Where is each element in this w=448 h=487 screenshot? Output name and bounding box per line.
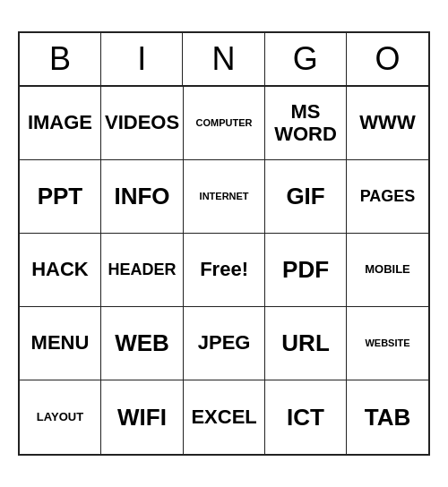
cell-text-6: INFO <box>114 184 169 209</box>
bingo-cell-0: IMAGE <box>20 87 101 160</box>
header-letter-o: O <box>347 33 428 85</box>
cell-text-20: LAYOUT <box>37 411 83 423</box>
cell-text-0: IMAGE <box>28 112 92 133</box>
cell-text-5: PPT <box>38 184 83 209</box>
bingo-cell-14: MOBILE <box>347 234 428 307</box>
bingo-cell-2: COMPUTER <box>184 87 265 160</box>
bingo-cell-20: LAYOUT <box>20 380 101 454</box>
bingo-cell-17: JPEG <box>184 307 265 380</box>
header-letter-b: B <box>20 33 101 85</box>
cell-text-17: JPEG <box>198 332 251 354</box>
bingo-cell-22: EXCEL <box>184 380 265 454</box>
cell-text-22: EXCEL <box>191 406 256 428</box>
bingo-cell-3: MS WORD <box>265 87 347 160</box>
header-letter-i: I <box>101 33 183 85</box>
bingo-card: BINGO IMAGEVIDEOSCOMPUTERMS WORDWWWPPTIN… <box>18 31 430 456</box>
cell-text-14: MOBILE <box>365 263 410 276</box>
bingo-header: BINGO <box>20 33 428 87</box>
cell-text-11: HEADER <box>108 261 177 279</box>
bingo-cell-16: WEB <box>101 307 184 380</box>
cell-text-12: Free! <box>200 259 248 280</box>
bingo-cell-21: WIFI <box>101 380 184 454</box>
cell-text-3: MS WORD <box>269 101 342 144</box>
cell-text-15: MENU <box>31 332 90 354</box>
cell-text-4: WWW <box>359 112 415 133</box>
cell-text-16: WEB <box>115 330 169 356</box>
bingo-cell-11: HEADER <box>101 234 184 307</box>
cell-text-2: COMPUTER <box>196 117 253 128</box>
bingo-cell-18: URL <box>265 307 347 380</box>
cell-text-18: URL <box>281 330 329 356</box>
bingo-cell-8: GIF <box>265 160 347 234</box>
bingo-cell-6: INFO <box>101 160 184 234</box>
bingo-cell-13: PDF <box>265 234 347 307</box>
bingo-cell-1: VIDEOS <box>101 87 184 160</box>
cell-text-9: PAGES <box>360 188 416 206</box>
header-letter-g: G <box>265 33 347 85</box>
bingo-cell-4: WWW <box>347 87 428 160</box>
bingo-cell-10: HACK <box>20 234 101 307</box>
cell-text-24: TAB <box>365 405 411 431</box>
cell-text-13: PDF <box>282 257 329 283</box>
bingo-cell-5: PPT <box>20 160 101 234</box>
bingo-cell-15: MENU <box>20 307 101 380</box>
cell-text-1: VIDEOS <box>105 112 179 133</box>
header-letter-n: N <box>183 33 264 85</box>
bingo-cell-7: INTERNET <box>184 160 265 234</box>
bingo-cell-24: TAB <box>347 380 428 454</box>
bingo-cell-19: WEBSITE <box>347 307 428 380</box>
bingo-grid: IMAGEVIDEOSCOMPUTERMS WORDWWWPPTINFOINTE… <box>20 87 428 454</box>
cell-text-21: WIFI <box>117 405 167 431</box>
bingo-cell-23: ICT <box>265 380 347 454</box>
cell-text-10: HACK <box>31 259 89 280</box>
cell-text-7: INTERNET <box>200 191 249 201</box>
cell-text-19: WEBSITE <box>365 337 409 348</box>
bingo-cell-12: Free! <box>184 234 265 307</box>
cell-text-23: ICT <box>287 405 324 431</box>
bingo-cell-9: PAGES <box>347 160 428 234</box>
cell-text-8: GIF <box>286 184 324 209</box>
